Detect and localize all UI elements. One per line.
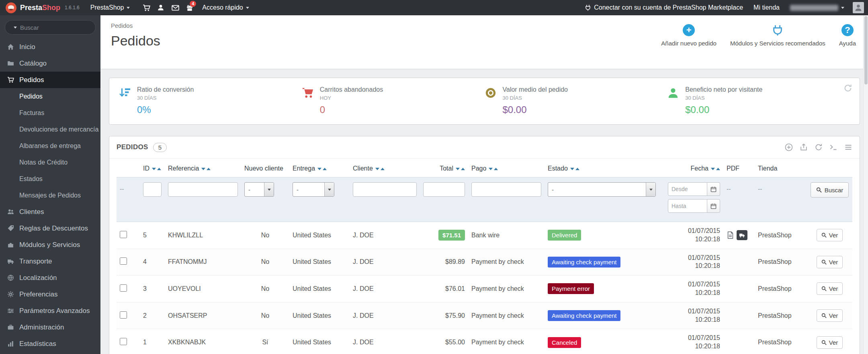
order-payment: Payment by check [468,249,545,276]
panel-add-button[interactable] [785,143,793,151]
marketplace-link[interactable]: Conectar con su cuenta de PrestaShop Mar… [579,0,748,15]
order-row[interactable]: 2 OHSATSERP No United States J. DOE $75.… [117,302,852,329]
filter-status-select[interactable]: - [548,182,656,197]
col-estado-header[interactable]: Estado [545,160,659,177]
coin-icon [485,87,497,115]
col-cliente-header[interactable]: Cliente [350,160,420,177]
col-pago-header[interactable]: Pago [468,160,545,177]
orders-cart-icon-button[interactable] [139,0,154,15]
view-order-button[interactable]: Ver [817,336,843,349]
sidebar-item-preferencias[interactable]: Preferencias [0,286,100,303]
row-checkbox[interactable] [120,231,127,238]
row-checkbox[interactable] [120,311,127,319]
modules-plug-icon [772,24,784,36]
delivery-slip-icon[interactable] [737,230,747,240]
sidebar-search-input[interactable] [20,24,100,31]
filter-id-input[interactable] [143,182,162,197]
calendar-icon[interactable] [707,182,720,196]
panel-refresh-button[interactable] [815,143,823,151]
folder-icon [6,60,14,67]
order-reference: FFATNOMMJ [165,249,241,276]
sidebar-item-estadisticas[interactable]: Estadísticas [0,335,100,352]
add-order-button[interactable]: + Añadir nuevo pedido [661,24,717,47]
row-checkbox[interactable] [120,338,127,345]
filter-payment-input[interactable] [471,182,541,197]
sort-icons[interactable] [570,168,579,170]
plus-circle-icon: + [683,24,695,36]
col-entrega-header[interactable]: Entrega [289,160,350,177]
filter-reference-input[interactable] [168,182,238,197]
view-order-button[interactable]: Ver [817,256,843,268]
submenu-item-albaranes[interactable]: Albaranes de entrega [0,138,100,154]
sidebar-item-catalogo[interactable]: Catálogo [0,55,100,72]
kpi-refresh-icon[interactable] [843,84,852,93]
col-fecha-header[interactable]: Fecha [659,160,723,177]
filter-delivery-select[interactable]: - [293,182,334,197]
order-delivery: United States [289,249,350,276]
sort-icons[interactable] [375,168,385,170]
truck-icon [6,258,14,265]
submenu-item-mensajes[interactable]: Mensajes de Pedidos [0,187,100,204]
filter-total-input[interactable] [423,182,465,197]
shop-selector[interactable]: PrestaShop [85,0,135,15]
order-row[interactable]: 4 FFATNOMMJ No United States J. DOE $89.… [117,249,852,276]
avatar[interactable] [853,2,864,13]
sort-icons[interactable] [711,168,720,170]
sidebar-item-parametros-avanzados[interactable]: Parámetros Avanzados [0,303,100,319]
filter-date-to-input[interactable] [668,199,707,213]
sidebar-item-transporte[interactable]: Transporte [0,253,100,270]
col-total-header[interactable]: Total [420,160,468,177]
row-checkbox[interactable] [120,284,127,292]
sort-icons[interactable] [456,168,465,170]
messages-icon-button[interactable] [168,0,182,15]
sidebar-item-pedidos[interactable]: Pedidos [0,72,100,88]
sort-icons[interactable] [201,168,211,170]
employee-menu[interactable] [785,0,850,15]
recommended-modules-button[interactable]: Módulos y Servicios recomendados [730,24,825,47]
submenu-item-devoluciones[interactable]: Devoluciones de mercancía [0,121,100,138]
col-referencia-header[interactable]: Referencia [165,160,241,177]
view-order-button[interactable]: Ver [817,229,843,241]
panel-list-button[interactable] [844,143,852,151]
view-order-button[interactable]: Ver [817,282,843,295]
order-new-customer: No [241,302,289,329]
order-row[interactable]: 3 UOYEVOLI No United States J. DOE $76.0… [117,276,852,303]
invoice-pdf-icon[interactable] [727,231,734,239]
col-id-header[interactable]: ID [140,160,165,177]
scrollbar-thumb[interactable] [864,16,868,84]
quick-access-menu[interactable]: Acceso rápido [197,0,254,15]
sidebar-item-clientes[interactable]: Clientes [0,204,100,220]
panel-sql-terminal-button[interactable] [829,143,837,151]
panel-export-button[interactable] [800,143,808,151]
order-row[interactable]: 1 XKBKNABJK Sí United States J. DOE $55.… [117,329,852,354]
notifications-gift-icon-button[interactable]: 4 [182,0,197,15]
order-delivery: United States [289,302,350,329]
sidebar-item-modulos-y-servicios[interactable]: Módulos y Servicios [0,237,100,253]
submenu-item-facturas[interactable]: Facturas [0,105,100,121]
vertical-scrollbar[interactable] [863,15,868,354]
help-button[interactable]: ? Ayuda [839,24,856,47]
submenu-item-pedidos[interactable]: Pedidos [0,88,100,105]
submenu-item-estados[interactable]: Estados [0,171,100,187]
calendar-icon[interactable] [707,199,720,213]
sidebar-item-localizacion[interactable]: Localización [0,270,100,286]
sort-icons[interactable] [489,168,498,170]
brand-logo[interactable]: PrestaShop 1.6.1.6 [0,2,85,13]
sort-icons[interactable] [152,168,161,170]
filter-search-button[interactable]: Buscar [811,182,849,198]
sort-icons[interactable] [317,168,327,170]
sidebar-item-administracion[interactable]: Administración [0,319,100,335]
sidebar-item-inicio[interactable]: Inicio [0,39,100,55]
sidebar-search[interactable] [5,20,96,35]
order-row[interactable]: 5 KHWLILZLL No United States J. DOE $71.… [117,222,852,249]
filter-new-customer-select[interactable]: - [244,182,274,197]
view-order-button[interactable]: Ver [817,309,843,322]
my-shop-link[interactable]: Mi tienda [748,0,785,15]
filter-customer-input[interactable] [353,182,417,197]
row-checkbox[interactable] [120,257,127,265]
sidebar-item-reglas-de-descuentos[interactable]: Reglas de Descuentos [0,220,100,237]
filter-date-from-input[interactable] [668,182,707,196]
question-circle-icon: ? [841,24,854,36]
customers-icon-button[interactable] [154,0,168,15]
submenu-item-notas-credito[interactable]: Notas de Crédito [0,154,100,171]
